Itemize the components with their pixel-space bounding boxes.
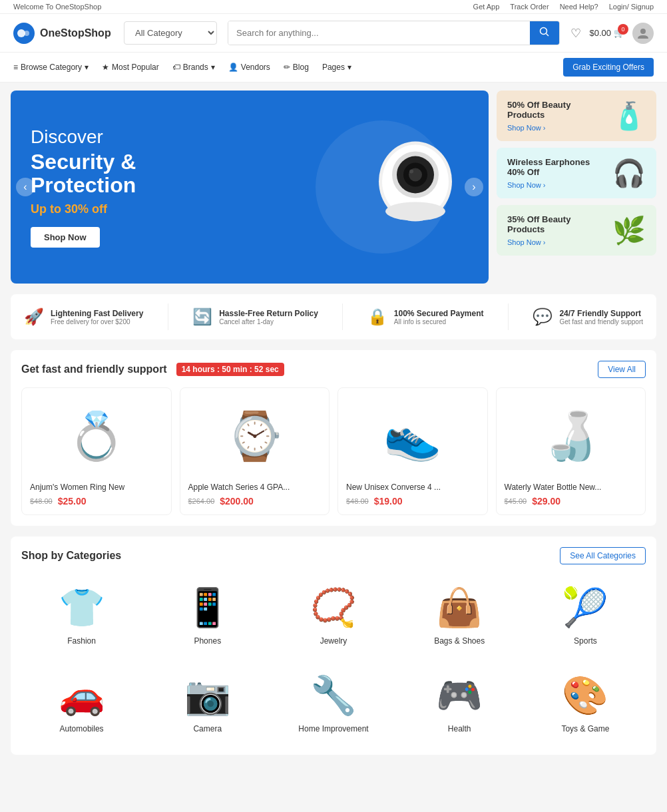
side-banner-beauty2-title: 35% Off BeautyProducts bbox=[507, 214, 570, 234]
product-ring-name: Anjum's Women Ring New bbox=[30, 483, 163, 492]
feature-divider-3 bbox=[508, 304, 509, 330]
nav-brands[interactable]: 🏷 Brands ▾ bbox=[172, 63, 215, 72]
category-toys-game[interactable]: 🎨 Toys & Game bbox=[525, 662, 646, 744]
category-sports[interactable]: 🎾 Sports bbox=[525, 574, 646, 656]
features-bar: 🚀 Lightening Fast Delivery Free delivery… bbox=[11, 294, 656, 339]
chevron-down-icon-brands: ▾ bbox=[211, 63, 215, 72]
products-section-title: Get fast and friendly support bbox=[21, 363, 167, 375]
side-banner-earphones-link[interactable]: Shop Now › bbox=[507, 181, 590, 189]
side-banner-beauty2[interactable]: 35% Off BeautyProducts Shop Now › 🌿 bbox=[497, 205, 656, 256]
feature-payment-title: 100% Secured Payment bbox=[394, 309, 484, 318]
products-section: Get fast and friendly support 14 hours :… bbox=[11, 350, 656, 526]
search-button[interactable] bbox=[530, 21, 559, 45]
hero-prev-button[interactable]: ‹ bbox=[16, 178, 35, 196]
category-automobiles[interactable]: 🚗 Automobiles bbox=[21, 662, 142, 744]
category-health[interactable]: 🎮 Health bbox=[399, 662, 520, 744]
side-banner-beauty-title: 50% Off BeautyProducts bbox=[507, 100, 570, 120]
nav-blog[interactable]: ✏ Blog bbox=[284, 63, 309, 72]
side-banner-beauty2-image: 🌿 bbox=[612, 215, 646, 246]
products-section-header: Get fast and friendly support 14 hours :… bbox=[21, 361, 646, 378]
side-banner-beauty2-link[interactable]: Shop Now › bbox=[507, 238, 570, 246]
grab-offers-button[interactable]: Grab Exciting Offers bbox=[563, 58, 654, 77]
tag-icon: 🏷 bbox=[172, 63, 180, 72]
svg-point-2 bbox=[24, 31, 29, 36]
see-all-categories-button[interactable]: See All Categories bbox=[560, 547, 646, 564]
products-grid: 💍 Anjum's Women Ring New $48.00 $25.00 ⌚… bbox=[21, 387, 646, 515]
side-banner-beauty-link[interactable]: Shop Now › bbox=[507, 124, 570, 132]
cart-amount: $0.00 bbox=[589, 28, 611, 38]
avatar-icon bbox=[636, 27, 650, 40]
hero-text: Discover Security &Protection Up to 30% … bbox=[31, 126, 136, 248]
feature-divider-2 bbox=[342, 304, 343, 330]
side-banner-earphones-title: Wireless Earphones40% Off bbox=[507, 157, 590, 177]
category-select[interactable]: All Category bbox=[124, 21, 217, 45]
feature-payment: 🔒 100% Secured Payment All info is secur… bbox=[367, 307, 484, 326]
category-fashion-image: 👕 bbox=[59, 584, 105, 631]
category-camera-image: 📷 bbox=[184, 672, 231, 719]
side-banner-beauty[interactable]: 50% Off BeautyProducts Shop Now › 🧴 bbox=[497, 91, 656, 141]
hero-shop-button[interactable]: Shop Now bbox=[31, 227, 100, 248]
category-automobiles-image: 🚗 bbox=[59, 672, 105, 719]
search-bar bbox=[228, 21, 560, 45]
search-input[interactable] bbox=[228, 21, 530, 45]
category-camera[interactable]: 📷 Camera bbox=[147, 662, 268, 744]
support-icon: 💬 bbox=[533, 307, 553, 326]
top-bar-links: Get App Track Order Need Help? Login/ Si… bbox=[473, 3, 654, 11]
track-order-link[interactable]: Track Order bbox=[510, 3, 549, 11]
product-shoes-old-price: $48.00 bbox=[346, 497, 369, 505]
category-sports-label: Sports bbox=[574, 636, 597, 646]
login-signup-link[interactable]: Login/ Signup bbox=[609, 3, 654, 11]
category-bags-shoes[interactable]: 👜 Bags & Shoes bbox=[399, 574, 520, 656]
categories-grid: 👕 Fashion 📱 Phones 📿 Jewelry 👜 Bags & Sh… bbox=[21, 574, 646, 744]
timer-badge: 14 hours : 50 min : 52 sec bbox=[176, 363, 284, 376]
side-banner-beauty-image: 🧴 bbox=[612, 101, 646, 132]
category-fashion[interactable]: 👕 Fashion bbox=[21, 574, 142, 656]
need-help-link[interactable]: Need Help? bbox=[560, 3, 598, 11]
category-jewelry[interactable]: 📿 Jewelry bbox=[273, 574, 393, 656]
delivery-icon: 🚀 bbox=[24, 307, 44, 326]
category-home-label: Home Improvement bbox=[298, 724, 368, 733]
get-app-link[interactable]: Get App bbox=[473, 3, 500, 11]
category-phones[interactable]: 📱 Phones bbox=[147, 574, 268, 656]
svg-line-4 bbox=[547, 34, 549, 37]
product-ring-old-price: $48.00 bbox=[30, 497, 53, 505]
feature-payment-desc: All info is secured bbox=[394, 318, 484, 325]
product-ring-image: 💍 bbox=[30, 396, 163, 476]
category-home-improvement[interactable]: 🔧 Home Improvement bbox=[273, 662, 393, 744]
category-phones-label: Phones bbox=[194, 636, 221, 646]
product-bottle-image: 🍶 bbox=[505, 396, 638, 476]
hero-title: Security &Protection bbox=[31, 150, 136, 197]
nav-most-popular[interactable]: ★ Most Popular bbox=[102, 63, 159, 72]
categories-title: Shop by Categories bbox=[21, 550, 121, 562]
nav-vendors[interactable]: 👤 Vendors bbox=[228, 63, 270, 72]
user-avatar[interactable] bbox=[632, 23, 654, 44]
product-bottle-new-price: $29.00 bbox=[532, 496, 560, 507]
cart-button[interactable]: $0.00 🛒 0 bbox=[589, 28, 624, 38]
wishlist-button[interactable]: ♡ bbox=[570, 26, 581, 41]
blog-icon: ✏ bbox=[284, 63, 290, 72]
category-toys-image: 🎨 bbox=[562, 672, 608, 719]
product-bottle-price: $45.00 $29.00 bbox=[505, 496, 638, 507]
nav-pages[interactable]: Pages ▾ bbox=[322, 63, 351, 72]
category-bags-image: 👜 bbox=[436, 584, 483, 631]
payment-icon: 🔒 bbox=[367, 307, 387, 326]
product-ring-price: $48.00 $25.00 bbox=[30, 496, 163, 507]
product-card-bottle[interactable]: 🍶 Waterly Water Bottle New... $45.00 $29… bbox=[496, 387, 646, 515]
star-icon: ★ bbox=[102, 63, 109, 72]
category-fashion-label: Fashion bbox=[67, 636, 96, 646]
logo[interactable]: OneStopShop bbox=[13, 23, 113, 44]
products-title-row: Get fast and friendly support 14 hours :… bbox=[21, 363, 284, 376]
product-card-ring[interactable]: 💍 Anjum's Women Ring New $48.00 $25.00 bbox=[21, 387, 172, 515]
product-watch-old-price: $264.00 bbox=[188, 497, 215, 505]
main-content: ‹ Discover Security &Protection Up to 30… bbox=[0, 83, 667, 773]
hero-next-button[interactable]: › bbox=[465, 178, 483, 196]
feature-divider-1 bbox=[168, 304, 168, 330]
view-all-button[interactable]: View All bbox=[598, 361, 646, 378]
side-banner-earphones[interactable]: Wireless Earphones40% Off Shop Now › 🎧 bbox=[497, 148, 656, 198]
nav-browse-category[interactable]: ≡ Browse Category ▾ bbox=[13, 63, 89, 72]
chevron-down-icon-pages: ▾ bbox=[347, 63, 351, 72]
product-card-watch[interactable]: ⌚ Apple Watch Series 4 GPA... $264.00 $2… bbox=[180, 387, 330, 515]
category-sports-image: 🎾 bbox=[562, 584, 608, 631]
product-shoes-name: New Unisex Converse 4 ... bbox=[346, 483, 479, 492]
product-card-shoes[interactable]: 👟 New Unisex Converse 4 ... $48.00 $19.0… bbox=[337, 387, 488, 515]
